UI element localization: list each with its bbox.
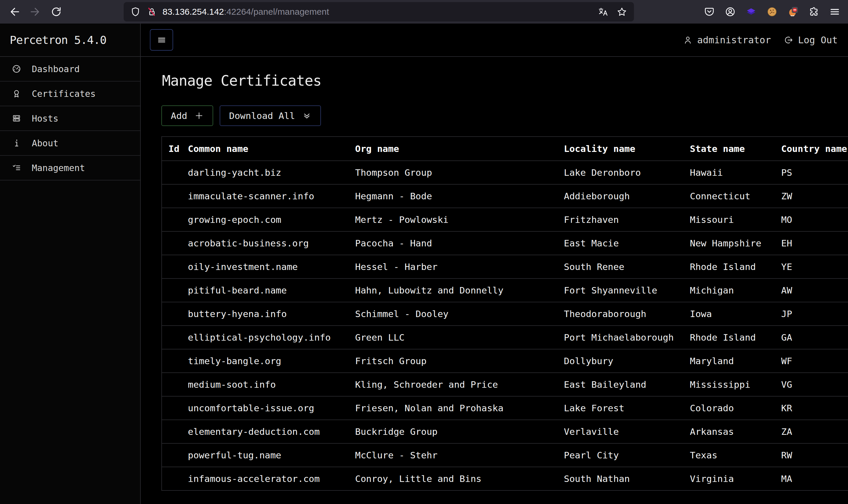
forward-button[interactable] [30,6,41,17]
browser-toolbar: 83.136.254.142:42264/panel/management [0,0,848,23]
cell-id [162,396,181,420]
sidebar-item-label: Certificates [32,89,96,99]
browser-menu-button[interactable] [829,6,840,17]
cell-id [162,161,181,184]
cell-common-name: elementary-deduction.com [181,420,349,443]
table-row: powerful-tug.nameMcClure - StehrPearl Ci… [162,443,848,467]
cell-id [162,420,181,443]
table-row: timely-bangle.orgFritsch GroupDollyburyM… [162,349,848,373]
table-row: uncomfortable-issue.orgFriesen, Nolan an… [162,396,848,420]
cell-state-name: Arkansas [683,420,775,443]
cell-org-name: Friesen, Nolan and Prohaska [349,396,557,420]
cell-id [162,467,181,490]
table-row: elliptical-psychology.infoGreen LLCPort … [162,326,848,349]
extension-layers-button[interactable] [745,6,757,17]
url-bar[interactable]: 83.136.254.142:42264/panel/management [124,2,634,21]
page-title: Manage Certificates [162,72,848,89]
sidebar: Percetron 5.4.0 Dashboard Certificates H… [0,23,141,504]
back-button[interactable] [9,6,20,17]
cell-locality-name: Fort Shyanneville [557,278,683,302]
cell-country-name: PS [775,161,848,184]
logout-icon [784,35,793,45]
table-row: medium-soot.infoKling, Schroeder and Pri… [162,373,848,396]
cell-common-name: growing-epoch.com [181,208,349,231]
topbar: administrator Log Out [141,23,848,57]
cell-common-name: oily-investment.name [181,255,349,278]
cell-locality-name: East Baileyland [557,373,683,396]
cell-state-name: Rhode Island [683,326,775,349]
cell-common-name: medium-soot.info [181,373,349,396]
sidebar-item-hosts[interactable]: Hosts [0,106,140,131]
cell-country-name: WF [775,349,848,373]
download-all-button[interactable]: Download All [220,105,321,126]
server-icon [12,114,21,123]
table-row: infamous-accelerator.comConroy, Little a… [162,467,848,490]
award-icon [12,89,21,98]
cell-org-name: Hahn, Lubowitz and Donnelly [349,278,557,302]
reload-button[interactable] [51,6,62,17]
cell-org-name: Mertz - Powlowski [349,208,557,231]
cell-id [162,208,181,231]
cell-common-name: darling-yacht.biz [181,161,349,184]
table-row: darling-yacht.bizThompson GroupLake Dero… [162,161,848,184]
translate-button[interactable] [597,6,609,17]
extensions-puzzle-button[interactable] [808,6,819,17]
cell-locality-name: Verlaville [557,420,683,443]
extensions-puzzle-icon [808,6,819,18]
account-button[interactable] [725,6,736,17]
cell-org-name: Schimmel - Dooley [349,302,557,326]
cell-country-name: EH [775,231,848,255]
user-menu[interactable]: administrator [683,34,771,46]
cell-locality-name: Pearl City [557,443,683,467]
pocket-button[interactable] [704,6,715,17]
url-host: 83.136.254.142 [163,7,224,17]
menu-icon [829,6,840,18]
cell-org-name: Buckridge Group [349,420,557,443]
logout-button[interactable]: Log Out [784,34,838,46]
cell-common-name: uncomfortable-issue.org [181,396,349,420]
shield-icon[interactable] [130,6,141,17]
cell-country-name: GA [775,326,848,349]
cell-country-name: JP [775,302,848,326]
cell-id [162,231,181,255]
cell-country-name: MA [775,467,848,490]
sidebar-item-management[interactable]: Management [0,156,140,180]
hamburger-icon [157,35,167,45]
cell-state-name: Missouri [683,208,775,231]
checklist-icon [12,163,21,173]
app-title: Percetron 5.4.0 [0,23,140,57]
table-row: buttery-hyena.infoSchimmel - DooleyTheod… [162,302,848,326]
cell-state-name: Maryland [683,349,775,373]
cell-locality-name: Theodoraborough [557,302,683,326]
cell-org-name: McClure - Stehr [349,443,557,467]
sidebar-item-certificates[interactable]: Certificates [0,82,140,106]
cell-common-name: infamous-accelerator.com [181,467,349,490]
logout-label: Log Out [798,34,838,46]
extension-cookie-button[interactable] [766,6,778,17]
pocket-icon [704,6,715,18]
menu-toggle-button[interactable] [150,29,173,51]
cell-common-name: timely-bangle.org [181,349,349,373]
cell-locality-name: Addieborough [557,184,683,208]
cell-id [162,349,181,373]
table-row: immaculate-scanner.infoHegmann - BodeAdd… [162,184,848,208]
cell-country-name: ZW [775,184,848,208]
table-row: acrobatic-business.orgPacocha - HandEast… [162,231,848,255]
sidebar-item-label: About [32,138,58,148]
lock-slash-icon[interactable] [147,6,157,17]
add-button[interactable]: Add [161,105,213,126]
cell-locality-name: Lake Deronboro [557,161,683,184]
url-text[interactable]: 83.136.254.142:42264/panel/management [163,7,329,17]
gauge-icon [12,64,21,74]
cell-country-name: RW [775,443,848,467]
column-header-id: Id [162,137,181,161]
cell-org-name: Thompson Group [349,161,557,184]
extension-fox-blocked-button[interactable] [787,6,798,17]
bookmark-star-icon [617,6,627,17]
sidebar-item-dashboard[interactable]: Dashboard [0,57,140,82]
bookmark-button[interactable] [616,6,628,17]
plus-icon [194,111,204,121]
cell-org-name: Kling, Schroeder and Price [349,373,557,396]
sidebar-item-about[interactable]: About [0,131,140,156]
cell-state-name: Virginia [683,467,775,490]
